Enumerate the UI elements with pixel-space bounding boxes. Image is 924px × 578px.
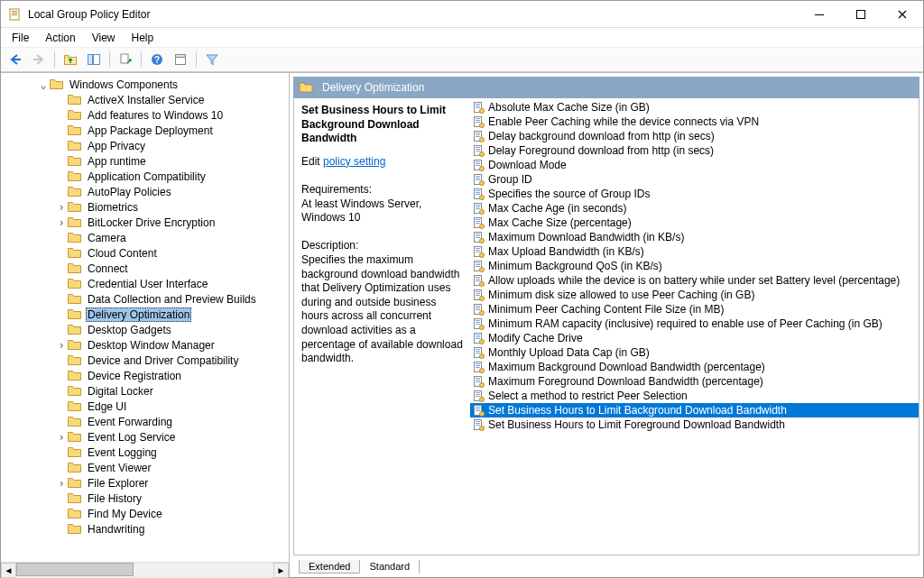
export-list-button[interactable] [115, 50, 136, 69]
expand-icon[interactable]: › [55, 431, 68, 444]
close-button[interactable] [882, 1, 923, 27]
svg-text:?: ? [154, 55, 160, 65]
tree-item[interactable]: ActiveX Installer Service [5, 92, 289, 107]
tree-item[interactable]: Edge UI [5, 399, 289, 414]
svg-point-113 [479, 382, 484, 387]
tree-item[interactable]: App runtime [5, 153, 289, 169]
tree-item[interactable]: Event Logging [5, 445, 289, 460]
tree-item[interactable]: Cloud Content [5, 245, 289, 261]
back-button[interactable] [5, 50, 26, 69]
policy-item[interactable]: Maximum Download Bandwidth (in KB/s) [470, 230, 919, 244]
policy-item[interactable]: Minimum Peer Caching Content File Size (… [470, 302, 919, 317]
policy-item[interactable]: Max Cache Age (in seconds) [470, 201, 919, 216]
tab-standard[interactable]: Standard [359, 560, 420, 573]
tree-item[interactable]: Credential User Interface [5, 276, 289, 291]
svg-rect-3 [12, 14, 17, 15]
collapse-icon[interactable]: ⌄ [37, 78, 50, 91]
tree-item[interactable]: File History [5, 491, 289, 506]
show-hide-tree-button[interactable] [83, 50, 105, 69]
policy-item[interactable]: Specifies the source of Group IDs [470, 187, 919, 201]
policy-item[interactable]: Maximum Foreground Download Bandwidth (p… [470, 374, 919, 389]
tree-item[interactable]: Device and Driver Compatibility [5, 353, 289, 368]
tree-item[interactable]: Connect [5, 261, 289, 276]
properties-button[interactable] [170, 50, 191, 69]
tree-item[interactable]: Device Registration [5, 368, 289, 383]
svg-rect-30 [476, 147, 480, 148]
tree-item-label: Event Forwarding [86, 416, 174, 428]
forward-button[interactable] [28, 50, 50, 69]
folder-icon [68, 232, 82, 244]
policy-item[interactable]: Delay Foreground download from http (in … [470, 143, 919, 158]
tree-item[interactable]: Event Viewer [5, 460, 289, 475]
policy-item[interactable]: Enable Peer Caching while the device con… [470, 115, 919, 129]
tree-item[interactable]: ›Biometrics [5, 199, 289, 215]
tree-item-root[interactable]: ⌄Windows Components [5, 77, 289, 92]
svg-rect-7 [88, 55, 93, 65]
tree-item-label: ActiveX Installer Service [86, 94, 206, 106]
tree-item[interactable]: Event Forwarding [5, 414, 289, 429]
tree-item[interactable]: Application Compatibility [5, 169, 289, 184]
tree-item[interactable]: Desktop Gadgets [5, 322, 289, 337]
expand-icon[interactable]: › [55, 201, 68, 214]
tree-item[interactable]: ›Desktop Window Manager [5, 337, 289, 353]
edit-policy-link[interactable]: policy setting [323, 155, 385, 168]
svg-rect-52 [476, 208, 480, 209]
expand-icon[interactable]: › [55, 216, 68, 229]
scroll-right-button[interactable]: ► [273, 563, 289, 578]
tree-item[interactable]: Add features to Windows 10 [5, 107, 289, 123]
tree-item[interactable]: Delivery Optimization [5, 307, 289, 322]
maximize-button[interactable] [840, 1, 882, 27]
expand-icon[interactable]: › [55, 339, 68, 352]
policy-item[interactable]: Max Cache Size (percentage) [470, 216, 919, 230]
filter-button[interactable] [201, 50, 223, 69]
policy-item[interactable]: Allow uploads while the device is on bat… [470, 273, 919, 288]
policy-list[interactable]: Absolute Max Cache Size (in GB)Enable Pe… [470, 98, 919, 555]
scroll-track[interactable] [16, 563, 273, 578]
scroll-thumb[interactable] [16, 563, 134, 576]
policy-item[interactable]: Set Business Hours to Limit Foreground D… [470, 417, 919, 432]
policy-item[interactable]: Maximum Background Download Bandwidth (p… [470, 360, 919, 374]
up-folder-button[interactable] [60, 50, 81, 69]
minimize-button[interactable] [799, 1, 840, 27]
policy-item[interactable]: Set Business Hours to Limit Background D… [470, 403, 919, 417]
policy-item[interactable]: Minimum RAM capacity (inclusive) require… [470, 317, 919, 331]
tree-item[interactable]: ›File Explorer [5, 475, 289, 491]
policy-icon [472, 361, 485, 373]
tab-extended[interactable]: Extended [299, 560, 360, 573]
svg-rect-55 [476, 219, 480, 220]
menu-help[interactable]: Help [125, 30, 162, 46]
tree-item[interactable]: ›Event Log Service [5, 429, 289, 445]
menu-file[interactable]: File [5, 30, 36, 46]
menu-action[interactable]: Action [38, 30, 82, 46]
policy-item[interactable]: Download Mode [470, 158, 919, 172]
scroll-left-button[interactable]: ◄ [1, 563, 16, 578]
svg-point-83 [479, 296, 484, 300]
tree-item-label: Add features to Windows 10 [86, 109, 225, 122]
help-button[interactable]: ? [146, 50, 168, 69]
expand-icon[interactable]: › [55, 477, 68, 490]
policy-item[interactable]: Absolute Max Cache Size (in GB) [470, 100, 919, 115]
policy-item[interactable]: Minimum disk size allowed to use Peer Ca… [470, 288, 919, 302]
tree-item[interactable]: AutoPlay Policies [5, 184, 289, 199]
tree-item[interactable]: Find My Device [5, 506, 289, 521]
svg-point-63 [479, 238, 484, 243]
svg-rect-70 [476, 262, 480, 263]
policy-item[interactable]: Max Upload Bandwidth (in KB/s) [470, 244, 919, 259]
tree-item[interactable]: App Privacy [5, 138, 289, 153]
tree-item[interactable]: Camera [5, 230, 289, 245]
policy-item[interactable]: Delay background download from http (in … [470, 129, 919, 143]
policy-item[interactable]: Minimum Background QoS (in KB/s) [470, 259, 919, 273]
tree-item[interactable]: Digital Locker [5, 383, 289, 399]
tree-item[interactable]: App Package Deployment [5, 123, 289, 138]
policy-item[interactable]: Select a method to restrict Peer Selecti… [470, 389, 919, 403]
policy-item[interactable]: Monthly Upload Data Cap (in GB) [470, 345, 919, 360]
tree-horizontal-scrollbar[interactable]: ◄ ► [1, 562, 289, 577]
console-tree[interactable]: ⌄Windows ComponentsActiveX Installer Ser… [1, 73, 289, 562]
tree-item[interactable]: Handwriting [5, 521, 289, 537]
policy-item[interactable]: Modify Cache Drive [470, 331, 919, 345]
tree-item[interactable]: ›BitLocker Drive Encryption [5, 215, 289, 230]
policy-item[interactable]: Group ID [470, 172, 919, 187]
menu-view[interactable]: View [85, 30, 123, 46]
svg-rect-110 [476, 378, 480, 379]
tree-item[interactable]: Data Collection and Preview Builds [5, 291, 289, 307]
